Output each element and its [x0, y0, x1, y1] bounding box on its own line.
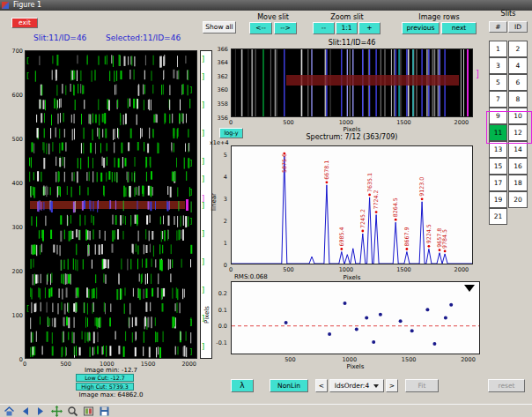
forward-icon[interactable]	[34, 406, 48, 417]
slit-cell-21[interactable]: 21	[489, 208, 507, 225]
slit-cell-3[interactable]: 3	[489, 57, 507, 74]
slit-cell-6[interactable]: 6	[508, 74, 528, 91]
slit-cell-8[interactable]: 8	[508, 91, 528, 108]
slit-cell-10[interactable]: 10	[508, 108, 528, 124]
slit-cell-13[interactable]: 13	[489, 141, 507, 158]
slit-cell-16[interactable]: 16	[508, 158, 528, 175]
save-icon[interactable]	[98, 406, 111, 417]
pan-icon[interactable]	[50, 406, 63, 417]
slit-cell-1[interactable]: 1	[489, 41, 507, 57]
matplotlib-toolbar	[0, 404, 532, 417]
figure-window: Figure 1 exit Show all Move slit <-- -->…	[0, 0, 532, 417]
slit-cell-2[interactable]: 2	[508, 41, 528, 57]
slit-cell-9[interactable]: 9	[489, 108, 507, 124]
slit-cell-12[interactable]: 12	[508, 124, 528, 141]
home-icon[interactable]	[3, 406, 16, 417]
slit-cell-14[interactable]: 14	[508, 141, 528, 158]
slit-cell-17[interactable]: 17	[489, 175, 507, 191]
slit-cell-7[interactable]: 7	[489, 91, 507, 108]
slit-cell-19[interactable]: 19	[489, 191, 507, 208]
slit-cell-5[interactable]: 5	[489, 74, 507, 91]
slit-cell-4[interactable]: 4	[508, 57, 528, 74]
slit-cell-15[interactable]: 15	[489, 158, 507, 175]
slit-cell-18[interactable]: 18	[508, 175, 528, 191]
back-icon[interactable]	[18, 406, 32, 417]
slit-cell-11[interactable]: 11	[489, 124, 507, 141]
slits-table: 123456789101112131415161718192021	[0, 0, 532, 417]
zoom-icon[interactable]	[66, 406, 79, 417]
slit-cell-20[interactable]: 20	[508, 191, 528, 208]
subplots-icon[interactable]	[82, 406, 95, 417]
